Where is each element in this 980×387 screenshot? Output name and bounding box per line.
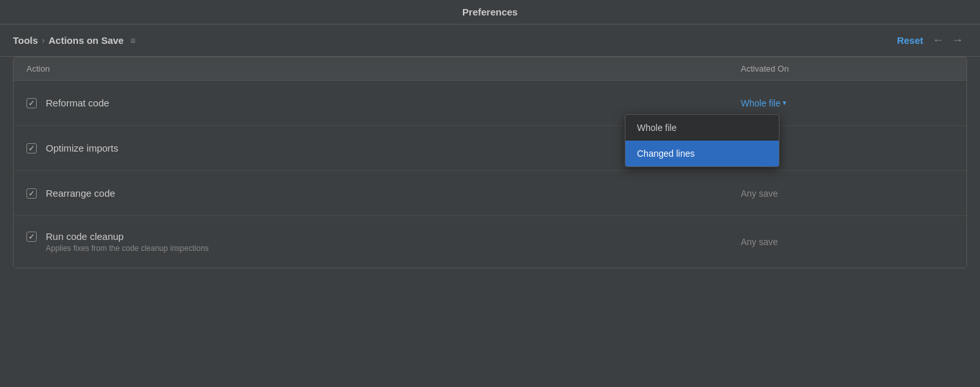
dropdown-arrow-reformat: ▾ xyxy=(783,99,787,107)
row-rearrange-code: Rearrange code xyxy=(26,188,741,199)
table-row: Rearrange code Any save xyxy=(14,171,966,216)
label-reformat-code: Reformat code xyxy=(46,97,109,108)
table-row: Optimize imports Any save xyxy=(14,126,966,171)
sublabel-run-cleanup: Applies fixes from the code cleanup insp… xyxy=(46,244,209,253)
any-save-cleanup: Any save xyxy=(741,237,778,247)
activated-on-rearrange: Any save xyxy=(741,188,954,199)
dropdown-reformat-code[interactable]: Whole file ▾ xyxy=(741,98,787,108)
activated-on-reformat: Whole file ▾ xyxy=(741,98,954,108)
checkbox-optimize-imports[interactable] xyxy=(26,143,37,154)
breadcrumb-bar: Tools › Actions on Save ≡ Reset ← → xyxy=(0,25,980,57)
reset-button[interactable]: Reset xyxy=(892,32,928,48)
row-reformat-code: Reformat code xyxy=(26,97,741,108)
label-rearrange-code: Rearrange code xyxy=(46,188,115,199)
table-row: Reformat code Whole file ▾ Whole file Ch… xyxy=(14,81,966,126)
any-save-rearrange: Any save xyxy=(741,188,778,199)
header-activated-on: Activated On xyxy=(741,64,954,74)
dropdown-value-reformat: Whole file xyxy=(741,98,780,108)
checkbox-reformat-code[interactable] xyxy=(26,98,37,108)
breadcrumb-current: Actions on Save xyxy=(48,35,124,46)
table-row: Run code cleanup Applies fixes from the … xyxy=(14,216,966,268)
label-optimize-imports: Optimize imports xyxy=(46,143,119,154)
back-button[interactable]: ← xyxy=(928,31,948,50)
checkbox-run-cleanup[interactable] xyxy=(26,232,37,242)
breadcrumb-separator: › xyxy=(42,35,44,45)
table-header: Action Activated On xyxy=(14,57,966,81)
activated-on-cleanup: Any save xyxy=(741,237,954,247)
dropdown-option-changed-lines[interactable]: Changed lines xyxy=(625,141,779,166)
actions-table: Action Activated On Reformat code Whole … xyxy=(13,57,967,268)
forward-button[interactable]: → xyxy=(948,31,967,50)
breadcrumb-menu-icon[interactable]: ≡ xyxy=(130,35,135,46)
label-run-cleanup: Run code cleanup xyxy=(46,231,124,242)
title-bar: Preferences xyxy=(0,0,980,25)
dropdown-option-whole-file[interactable]: Whole file xyxy=(625,115,779,141)
breadcrumb-tools[interactable]: Tools xyxy=(13,35,38,46)
row-run-cleanup: Run code cleanup Applies fixes from the … xyxy=(26,231,741,253)
header-action: Action xyxy=(26,64,741,74)
checkbox-rearrange-code[interactable] xyxy=(26,188,37,199)
dropdown-menu: Whole file Changed lines xyxy=(625,114,779,167)
title-text: Preferences xyxy=(462,6,518,17)
